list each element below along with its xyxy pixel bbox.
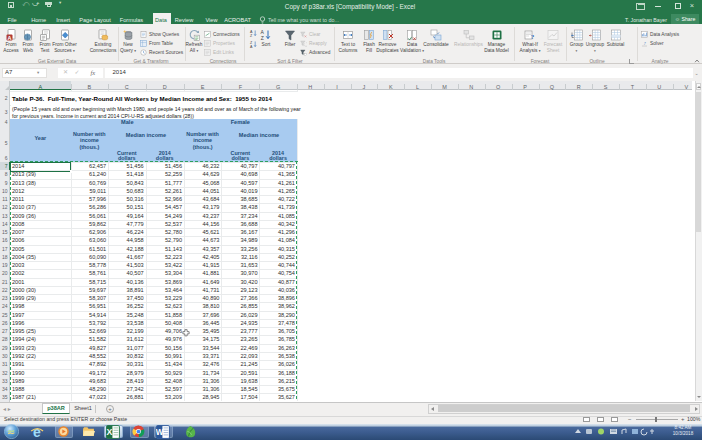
svg-text:?: ? [531, 33, 535, 41]
svg-text:Z: Z [250, 34, 253, 37]
svg-text:e: e [33, 425, 41, 439]
svg-text:X: X [107, 428, 113, 438]
svg-text:Z: Z [261, 35, 264, 41]
svg-text:A: A [8, 35, 12, 41]
svg-text:?: ? [643, 41, 646, 46]
svg-text:A: A [250, 45, 253, 48]
svg-text:W: W [156, 429, 164, 438]
